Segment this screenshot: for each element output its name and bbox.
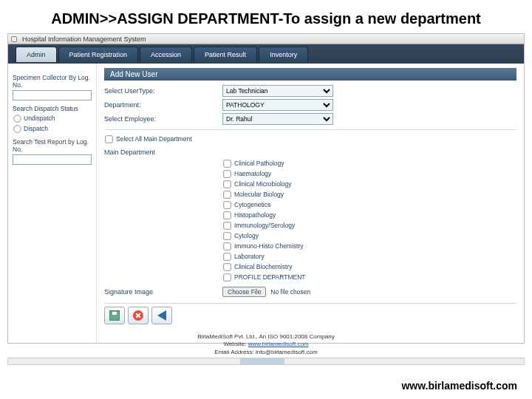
dept-checkbox-row[interactable]: Immunology/Serology xyxy=(222,221,516,231)
dept-checkbox-row[interactable]: Cytology xyxy=(222,231,516,241)
radio-dispatch[interactable]: Dispatch xyxy=(13,124,92,134)
search-report-input[interactable] xyxy=(13,154,92,165)
tab-accession[interactable]: Accession xyxy=(140,47,192,62)
window-title: Hospital Information Management System xyxy=(19,35,146,43)
dept-checkbox-row[interactable]: Molecular Biology xyxy=(222,190,516,200)
tab-inventory[interactable]: Inventory xyxy=(259,47,308,62)
department-select[interactable]: PATHOLOGY xyxy=(222,99,333,111)
specimen-input[interactable] xyxy=(13,90,92,100)
employee-label: Select Employee: xyxy=(104,115,222,123)
user-type-select[interactable]: Lab Technician xyxy=(222,85,333,97)
section-title: Add New User xyxy=(104,68,516,81)
dept-checkbox-row[interactable]: PROFILE DEPARTMENT xyxy=(222,273,516,282)
footer-text: BirlaMediSoft Pvt. Ltd., An ISO 9001:200… xyxy=(0,333,532,356)
back-button[interactable] xyxy=(151,307,172,324)
footer-line3: Email Address: info@birlamedisoft.com xyxy=(0,349,532,356)
dept-checkbox-row[interactable]: Haematology xyxy=(222,169,516,179)
dept-checkbox-row[interactable]: Histopathology xyxy=(222,211,516,220)
main-tabs: Admin Patient Registration Accession Pat… xyxy=(8,44,524,64)
radio-undispatch[interactable]: Undispatch xyxy=(13,114,92,123)
dept-checkbox-row[interactable]: Immuno-Histo Chemistry xyxy=(222,242,516,251)
footer-link[interactable]: www.birlamedisoft.com xyxy=(248,341,309,347)
search-report-label: Search Test Report by Log. No. xyxy=(13,138,92,153)
delete-button[interactable] xyxy=(128,307,149,324)
divider xyxy=(104,129,516,130)
scrollbar-thumb[interactable] xyxy=(240,358,284,364)
dispatch-group-label: Search Dispatch Status xyxy=(13,105,92,112)
user-type-label: Select UserType: xyxy=(104,87,222,95)
action-bar xyxy=(104,303,516,327)
department-list: Clinical PathologyHaematologyClinical Mi… xyxy=(222,159,516,282)
choose-file-button[interactable]: Choose File xyxy=(222,287,266,297)
dept-checkbox-row[interactable]: Cytogenetics xyxy=(222,200,516,210)
footer-line1: BirlaMediSoft Pvt. Ltd., An ISO 9001:200… xyxy=(0,333,532,341)
signature-label: Signature Image xyxy=(104,288,222,296)
file-status: No file chosen xyxy=(270,288,310,296)
save-icon xyxy=(109,310,120,321)
dispatch-radio-group: Undispatch Dispatch xyxy=(13,114,92,134)
employee-select[interactable]: Dr. Rahul xyxy=(222,113,333,125)
slide-title: ADMIN>>ASSIGN DEPARTMENT-To assign a new… xyxy=(0,0,532,33)
dept-checkbox-row[interactable]: Clinical Biochemistry xyxy=(222,262,516,272)
tab-patient-result[interactable]: Patient Result xyxy=(194,47,257,62)
horizontal-scrollbar[interactable] xyxy=(7,358,525,365)
app-window: Hospital Information Management System A… xyxy=(7,33,525,344)
close-icon xyxy=(133,310,143,321)
department-label: Department: xyxy=(104,101,222,109)
tab-patient-registration[interactable]: Patient Registration xyxy=(58,47,139,62)
window-chrome: Hospital Information Management System xyxy=(8,34,524,44)
sidebar: Specimen Collector By Log. No. Search Di… xyxy=(8,64,97,343)
specimen-label: Specimen Collector By Log. No. xyxy=(13,74,92,89)
tab-admin[interactable]: Admin xyxy=(16,47,57,62)
window-control[interactable] xyxy=(11,36,17,42)
dept-checkbox-row[interactable]: Clinical Microbiology xyxy=(222,180,516,189)
dept-checkbox-row[interactable]: Clinical Pathology xyxy=(222,159,516,168)
select-all-row[interactable]: Select All Main Department xyxy=(104,134,516,144)
main-panel: Add New User Select UserType: Lab Techni… xyxy=(97,64,524,343)
main-dept-label: Main Department xyxy=(104,149,516,156)
save-button[interactable] xyxy=(104,307,125,324)
arrow-left-icon xyxy=(157,310,166,321)
bottom-url: www.birlamedisoft.com xyxy=(401,380,517,392)
dept-checkbox-row[interactable]: Laboratory xyxy=(222,252,516,262)
